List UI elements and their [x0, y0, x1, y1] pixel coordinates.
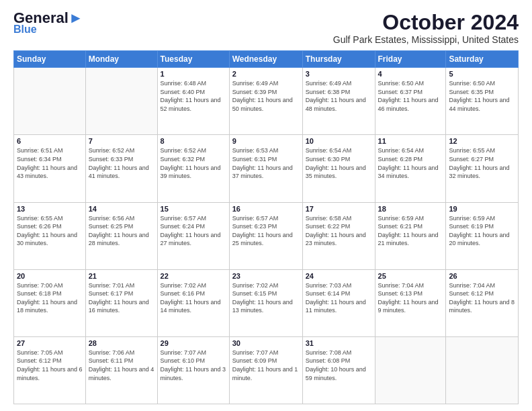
day-info: Sunrise: 7:06 AM Sunset: 6:11 PM Dayligh…	[89, 349, 154, 382]
calendar-cell: 8Sunrise: 6:52 AM Sunset: 6:32 PM Daylig…	[157, 135, 229, 202]
day-number: 7	[89, 137, 154, 145]
calendar-week-row: 6Sunrise: 6:51 AM Sunset: 6:34 PM Daylig…	[14, 135, 519, 202]
logo: General► Blue	[13, 11, 83, 35]
calendar-cell: 18Sunrise: 6:59 AM Sunset: 6:21 PM Dayli…	[375, 202, 446, 269]
day-number: 10	[306, 137, 372, 145]
title-area: October 2024 Gulf Park Estates, Mississi…	[333, 11, 519, 45]
calendar-cell	[85, 68, 157, 135]
day-number: 28	[89, 339, 154, 347]
day-info: Sunrise: 7:01 AM Sunset: 6:17 PM Dayligh…	[89, 281, 154, 315]
calendar-week-row: 27Sunrise: 7:05 AM Sunset: 6:12 PM Dayli…	[14, 336, 519, 404]
calendar-cell: 23Sunrise: 7:02 AM Sunset: 6:15 PM Dayli…	[229, 269, 302, 336]
day-info: Sunrise: 7:04 AM Sunset: 6:12 PM Dayligh…	[449, 281, 515, 315]
calendar-cell: 4Sunrise: 6:50 AM Sunset: 6:37 PM Daylig…	[375, 68, 446, 135]
day-info: Sunrise: 7:07 AM Sunset: 6:09 PM Dayligh…	[232, 349, 300, 382]
calendar-cell: 20Sunrise: 7:00 AM Sunset: 6:18 PM Dayli…	[14, 269, 86, 336]
day-number: 12	[449, 137, 515, 145]
day-number: 31	[306, 339, 372, 347]
day-number: 13	[17, 205, 83, 213]
header: General► Blue October 2024 Gulf Park Est…	[13, 11, 519, 45]
day-number: 26	[449, 272, 515, 280]
weekday-header: Wednesday	[229, 51, 302, 68]
day-number: 24	[306, 272, 372, 280]
day-number: 3	[306, 70, 372, 78]
weekday-header: Saturday	[446, 51, 519, 68]
day-number: 25	[378, 272, 443, 280]
weekday-header: Friday	[375, 51, 446, 68]
calendar-cell	[375, 336, 446, 404]
calendar-cell: 21Sunrise: 7:01 AM Sunset: 6:17 PM Dayli…	[85, 269, 157, 336]
day-number: 19	[449, 205, 515, 213]
calendar-cell: 31Sunrise: 7:08 AM Sunset: 6:08 PM Dayli…	[302, 336, 375, 404]
calendar-cell: 24Sunrise: 7:03 AM Sunset: 6:14 PM Dayli…	[302, 269, 375, 336]
calendar-cell: 16Sunrise: 6:57 AM Sunset: 6:23 PM Dayli…	[229, 202, 302, 269]
calendar-table: SundayMondayTuesdayWednesdayThursdayFrid…	[13, 50, 519, 404]
calendar-cell: 15Sunrise: 6:57 AM Sunset: 6:24 PM Dayli…	[157, 202, 229, 269]
day-number: 23	[232, 272, 300, 280]
day-number: 30	[232, 339, 300, 347]
calendar-cell: 7Sunrise: 6:52 AM Sunset: 6:33 PM Daylig…	[85, 135, 157, 202]
day-number: 6	[17, 137, 83, 145]
weekday-header: Sunday	[14, 51, 86, 68]
logo-subtext: Blue	[13, 24, 37, 35]
day-number: 18	[378, 205, 443, 213]
weekday-header: Monday	[85, 51, 157, 68]
day-info: Sunrise: 7:02 AM Sunset: 6:16 PM Dayligh…	[161, 281, 226, 315]
day-number: 2	[232, 70, 300, 78]
month-title: October 2024	[333, 11, 519, 34]
calendar-week-row: 13Sunrise: 6:55 AM Sunset: 6:26 PM Dayli…	[14, 202, 519, 269]
day-number: 5	[449, 70, 515, 78]
day-number: 20	[17, 272, 83, 280]
day-info: Sunrise: 7:05 AM Sunset: 6:12 PM Dayligh…	[17, 349, 83, 382]
calendar-week-row: 1Sunrise: 6:48 AM Sunset: 6:40 PM Daylig…	[14, 68, 519, 135]
day-info: Sunrise: 6:53 AM Sunset: 6:31 PM Dayligh…	[232, 146, 300, 180]
calendar-cell: 5Sunrise: 6:50 AM Sunset: 6:35 PM Daylig…	[446, 68, 519, 135]
day-info: Sunrise: 6:55 AM Sunset: 6:27 PM Dayligh…	[449, 146, 515, 180]
day-number: 8	[161, 137, 226, 145]
day-number: 21	[89, 272, 154, 280]
day-info: Sunrise: 7:03 AM Sunset: 6:14 PM Dayligh…	[306, 281, 372, 315]
day-info: Sunrise: 6:57 AM Sunset: 6:23 PM Dayligh…	[232, 214, 300, 248]
day-info: Sunrise: 6:57 AM Sunset: 6:24 PM Dayligh…	[161, 214, 226, 248]
calendar-cell: 12Sunrise: 6:55 AM Sunset: 6:27 PM Dayli…	[446, 135, 519, 202]
day-info: Sunrise: 6:51 AM Sunset: 6:34 PM Dayligh…	[17, 146, 83, 180]
day-info: Sunrise: 7:00 AM Sunset: 6:18 PM Dayligh…	[17, 281, 83, 315]
day-number: 17	[306, 205, 372, 213]
weekday-header: Tuesday	[157, 51, 229, 68]
day-info: Sunrise: 6:55 AM Sunset: 6:26 PM Dayligh…	[17, 214, 83, 248]
day-number: 9	[232, 137, 300, 145]
day-number: 11	[378, 137, 443, 145]
day-info: Sunrise: 6:49 AM Sunset: 6:39 PM Dayligh…	[232, 79, 300, 113]
calendar-cell: 14Sunrise: 6:56 AM Sunset: 6:25 PM Dayli…	[85, 202, 157, 269]
day-info: Sunrise: 7:02 AM Sunset: 6:15 PM Dayligh…	[232, 281, 300, 315]
day-number: 14	[89, 205, 154, 213]
calendar-cell: 22Sunrise: 7:02 AM Sunset: 6:16 PM Dayli…	[157, 269, 229, 336]
calendar-cell: 25Sunrise: 7:04 AM Sunset: 6:13 PM Dayli…	[375, 269, 446, 336]
day-info: Sunrise: 7:08 AM Sunset: 6:08 PM Dayligh…	[306, 349, 372, 382]
calendar-cell: 3Sunrise: 6:49 AM Sunset: 6:38 PM Daylig…	[302, 68, 375, 135]
calendar-week-row: 20Sunrise: 7:00 AM Sunset: 6:18 PM Dayli…	[14, 269, 519, 336]
day-info: Sunrise: 6:52 AM Sunset: 6:32 PM Dayligh…	[161, 146, 226, 180]
day-info: Sunrise: 6:56 AM Sunset: 6:25 PM Dayligh…	[89, 214, 154, 248]
page: General► Blue October 2024 Gulf Park Est…	[0, 0, 532, 411]
calendar-cell: 17Sunrise: 6:58 AM Sunset: 6:22 PM Dayli…	[302, 202, 375, 269]
weekday-header: Thursday	[302, 51, 375, 68]
calendar-cell: 10Sunrise: 6:54 AM Sunset: 6:30 PM Dayli…	[302, 135, 375, 202]
calendar-cell	[446, 336, 519, 404]
weekday-header-row: SundayMondayTuesdayWednesdayThursdayFrid…	[14, 51, 519, 68]
day-info: Sunrise: 6:49 AM Sunset: 6:38 PM Dayligh…	[306, 79, 372, 113]
day-number: 16	[232, 205, 300, 213]
calendar-cell: 28Sunrise: 7:06 AM Sunset: 6:11 PM Dayli…	[85, 336, 157, 404]
calendar-cell: 30Sunrise: 7:07 AM Sunset: 6:09 PM Dayli…	[229, 336, 302, 404]
location: Gulf Park Estates, Mississippi, United S…	[333, 34, 519, 45]
day-info: Sunrise: 7:04 AM Sunset: 6:13 PM Dayligh…	[378, 281, 443, 315]
day-number: 1	[161, 70, 226, 78]
calendar-cell: 6Sunrise: 6:51 AM Sunset: 6:34 PM Daylig…	[14, 135, 86, 202]
calendar-cell: 19Sunrise: 6:59 AM Sunset: 6:19 PM Dayli…	[446, 202, 519, 269]
calendar-cell: 29Sunrise: 7:07 AM Sunset: 6:10 PM Dayli…	[157, 336, 229, 404]
day-info: Sunrise: 6:48 AM Sunset: 6:40 PM Dayligh…	[161, 79, 226, 113]
day-number: 4	[378, 70, 443, 78]
day-info: Sunrise: 6:54 AM Sunset: 6:28 PM Dayligh…	[378, 146, 443, 180]
day-number: 29	[161, 339, 226, 347]
day-number: 27	[17, 339, 83, 347]
